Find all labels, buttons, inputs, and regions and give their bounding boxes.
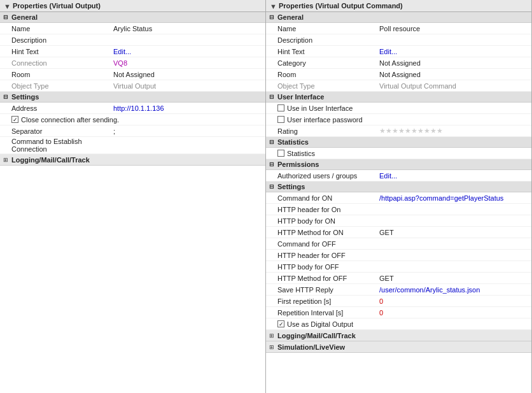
prop-value: Not Assigned (379, 71, 529, 78)
section-label: Permissions (277, 161, 319, 168)
prop-label: Category (277, 59, 379, 67)
logging-row[interactable]: ⊞Logging/Mail/Call/Track (266, 330, 531, 341)
prop-label: Object Type (11, 82, 113, 90)
checkbox-row[interactable]: ✓Close connection after sending. (0, 114, 265, 125)
checkbox-row[interactable]: ✓Use as Digital Output (266, 318, 531, 330)
section-label: Statistics (277, 138, 309, 146)
prop-row: HTTP header for OFF (266, 250, 531, 261)
prop-label: HTTP body for ON (277, 217, 379, 225)
prop-row: Repetition Interval [s]0 (266, 307, 531, 318)
prop-label: Separator (11, 127, 113, 135)
left-panel-title: Properties (Virtual Output) (13, 2, 101, 10)
expand-icon[interactable]: ⊞ (269, 344, 275, 350)
prop-value: 0 (379, 309, 529, 317)
prop-value: Edit... (379, 48, 529, 55)
collapse-icon[interactable]: ⊟ (269, 94, 275, 100)
collapse-icon[interactable]: ⊟ (3, 14, 9, 20)
collapse-icon[interactable]: ⊟ (269, 14, 275, 20)
prop-label: HTTP header for On (277, 206, 379, 213)
section-label: General (11, 13, 38, 21)
prop-label: Authorized users / groups (277, 172, 379, 180)
prop-label: HTTP Method for ON (277, 229, 379, 236)
prop-value: http://10.1.1.136 (113, 104, 263, 112)
prop-row: NamePoll resource (266, 23, 531, 34)
prop-label: Room (11, 71, 113, 78)
prop-row: RoomNot Assigned (266, 69, 531, 80)
expand-icon[interactable]: ⊞ (3, 157, 9, 163)
prop-label: Object Type (277, 82, 379, 90)
prop-row: Hint TextEdit... (266, 46, 531, 57)
section-label: Settings (11, 93, 39, 101)
checkbox-row[interactable]: User interface password (266, 114, 531, 125)
prop-row: Command for ON/httpapi.asp?command=getPl… (266, 192, 531, 204)
prop-row: Rating★★★★★★★★★★ (266, 125, 531, 137)
expand-icon[interactable]: ⊞ (269, 332, 275, 339)
prop-row: Description (266, 34, 531, 46)
prop-value: Virtual Output (113, 82, 263, 90)
prop-row: Separator; (0, 125, 265, 137)
prop-label: Name (11, 25, 113, 32)
logging-row[interactable]: ⊞Simulation/LiveView (266, 341, 531, 353)
prop-row: Description (0, 34, 265, 46)
prop-label: Command for ON (277, 194, 379, 202)
section-header-settings[interactable]: ⊟Settings (266, 182, 531, 192)
right-panel-title: Properties (Virtual Output Command) (279, 2, 403, 10)
logging-label: Logging/Mail/Call/Track (277, 332, 356, 339)
right-filter-icon[interactable]: ▼ (270, 3, 276, 9)
logging-label: Logging/Mail/Call/Track (11, 156, 90, 164)
left-panel-header: ▼ Properties (Virtual Output) (0, 0, 265, 12)
prop-label: HTTP header for OFF (277, 252, 379, 259)
prop-row: HTTP Method for ONGET (266, 227, 531, 238)
prop-value: Arylic Status (113, 25, 263, 32)
prop-label: Description (11, 36, 113, 44)
prop-label: Connection (11, 59, 113, 67)
prop-row: Authorized users / groupsEdit... (266, 170, 531, 182)
prop-value: Edit... (113, 48, 263, 55)
prop-value: ; (113, 127, 263, 135)
section-header-user-interface[interactable]: ⊟User Interface (266, 92, 531, 103)
checkbox-row[interactable]: Statistics (266, 148, 531, 159)
section-header-general[interactable]: ⊟General (0, 12, 265, 23)
prop-value: Not Assigned (113, 71, 263, 78)
right-panel-header: ▼ Properties (Virtual Output Command) (266, 0, 531, 12)
checkbox[interactable]: ✓ (277, 320, 284, 327)
prop-label: First repetition [s] (277, 297, 379, 305)
prop-label: Command for OFF (277, 240, 379, 248)
prop-label: Save HTTP Reply (277, 286, 379, 294)
checkbox[interactable] (277, 150, 284, 157)
section-header-settings[interactable]: ⊟Settings (0, 92, 265, 103)
prop-row: HTTP body for OFF (266, 261, 531, 273)
checkbox-label: Use as Digital Output (287, 320, 353, 328)
prop-label: HTTP Method for OFF (277, 275, 379, 282)
prop-row: Command to Establish Connection (0, 137, 265, 154)
checkbox-label: Statistics (287, 150, 315, 157)
prop-row: NameArylic Status (0, 23, 265, 34)
prop-value: 0 (379, 297, 529, 305)
checkbox[interactable] (277, 116, 284, 123)
prop-label: Address (11, 104, 113, 112)
prop-label: HTTP body for OFF (277, 263, 379, 271)
section-label: Settings (277, 183, 305, 190)
prop-label: Command to Establish Connection (11, 138, 113, 153)
filter-icon[interactable]: ▼ (4, 3, 10, 9)
prop-value: GET (379, 275, 529, 282)
section-header-general[interactable]: ⊟General (266, 12, 531, 23)
collapse-icon[interactable]: ⊟ (269, 139, 275, 145)
prop-row: RoomNot Assigned (0, 69, 265, 80)
checkbox[interactable]: ✓ (11, 116, 18, 123)
collapse-icon[interactable]: ⊟ (269, 161, 275, 168)
checkbox[interactable] (277, 104, 284, 111)
prop-value: Not Assigned (379, 59, 529, 67)
prop-value: GET (379, 229, 529, 236)
prop-row: HTTP Method for OFFGET (266, 273, 531, 284)
section-header-statistics[interactable]: ⊟Statistics (266, 137, 531, 148)
prop-row: First repetition [s]0 (266, 296, 531, 307)
prop-value: Poll resource (379, 25, 529, 32)
prop-row: ConnectionVQ8 (0, 57, 265, 69)
collapse-icon[interactable]: ⊟ (3, 94, 9, 100)
section-header-permissions[interactable]: ⊟Permissions (266, 159, 531, 170)
prop-label: Hint Text (11, 48, 113, 55)
checkbox-row[interactable]: Use in User Interface (266, 103, 531, 114)
logging-row[interactable]: ⊞Logging/Mail/Call/Track (0, 154, 265, 166)
collapse-icon[interactable]: ⊟ (269, 183, 275, 190)
